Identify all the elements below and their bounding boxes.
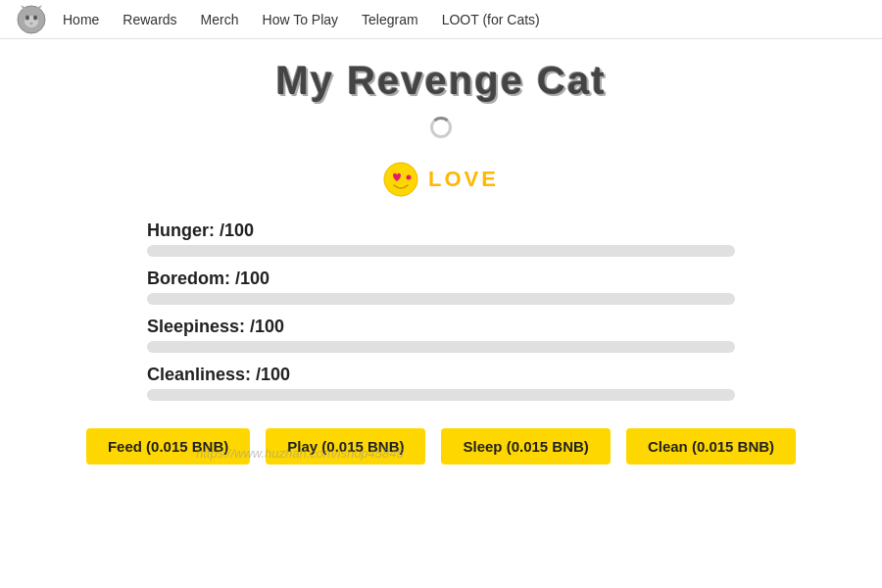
cleanliness-label: Cleanliness: /100 bbox=[147, 365, 735, 385]
nav-item-loot[interactable]: LOOT (for Cats) bbox=[442, 11, 540, 28]
stat-row-boredom: Boredom: /100 bbox=[147, 269, 735, 305]
sleepiness-bar-bg bbox=[147, 341, 735, 353]
loading-spinner bbox=[430, 117, 452, 144]
clean-button[interactable]: Clean (0.015 BNB) bbox=[626, 428, 796, 465]
hunger-label: Hunger: /100 bbox=[147, 220, 735, 241]
svg-point-5 bbox=[33, 15, 37, 20]
sleepiness-label: Sleepiness: /100 bbox=[147, 317, 735, 337]
nav-link-loot[interactable]: LOOT (for Cats) bbox=[442, 12, 540, 27]
nav-link-home[interactable]: Home bbox=[63, 12, 99, 27]
feed-button[interactable]: Feed (0.015 BNB) bbox=[86, 428, 250, 465]
svg-point-7 bbox=[384, 163, 417, 196]
nav-item-howtoplay[interactable]: How To Play bbox=[263, 11, 339, 28]
nav-item-merch[interactable]: Merch bbox=[201, 11, 239, 28]
hunger-bar-bg bbox=[147, 245, 735, 257]
love-label: LOVE bbox=[428, 167, 499, 192]
cleanliness-bar-bg bbox=[147, 389, 735, 401]
stats-section: Hunger: /100 Boredom: /100 Sleepiness: /… bbox=[147, 220, 735, 401]
spinner-icon bbox=[430, 117, 452, 138]
stat-row-hunger: Hunger: /100 bbox=[147, 220, 735, 257]
stat-row-cleanliness: Cleanliness: /100 bbox=[147, 365, 735, 401]
nav-item-rewards[interactable]: Rewards bbox=[122, 11, 176, 28]
boredom-label: Boredom: /100 bbox=[147, 269, 735, 289]
cat-logo-icon bbox=[16, 4, 47, 35]
nav-item-home[interactable]: Home bbox=[63, 11, 99, 28]
nav-link-telegram[interactable]: Telegram bbox=[362, 12, 418, 27]
nav-link-merch[interactable]: Merch bbox=[201, 12, 239, 27]
navbar: Home Rewards Merch How To Play Telegram … bbox=[0, 0, 882, 39]
boredom-bar-bg bbox=[147, 293, 735, 305]
main-content: My Revenge Cat LOVE Hunger: /100 Boredom… bbox=[0, 39, 882, 465]
nav-logo bbox=[16, 4, 47, 35]
svg-point-4 bbox=[25, 15, 29, 20]
play-button[interactable]: Play (0.015 BNB) bbox=[266, 428, 425, 465]
svg-point-8 bbox=[407, 175, 412, 180]
stat-row-sleepiness: Sleepiness: /100 bbox=[147, 317, 735, 353]
love-section: LOVE bbox=[383, 162, 499, 197]
nav-link-rewards[interactable]: Rewards bbox=[122, 12, 176, 27]
nav-item-telegram[interactable]: Telegram bbox=[362, 11, 418, 28]
love-icon bbox=[383, 162, 418, 197]
page-title: My Revenge Cat bbox=[276, 59, 607, 103]
buttons-section: Feed (0.015 BNB) Play (0.015 BNB) Sleep … bbox=[86, 428, 796, 465]
sleep-button[interactable]: Sleep (0.015 BNB) bbox=[441, 428, 610, 465]
nav-links: Home Rewards Merch How To Play Telegram … bbox=[63, 11, 540, 28]
nav-link-howtoplay[interactable]: How To Play bbox=[263, 12, 339, 27]
